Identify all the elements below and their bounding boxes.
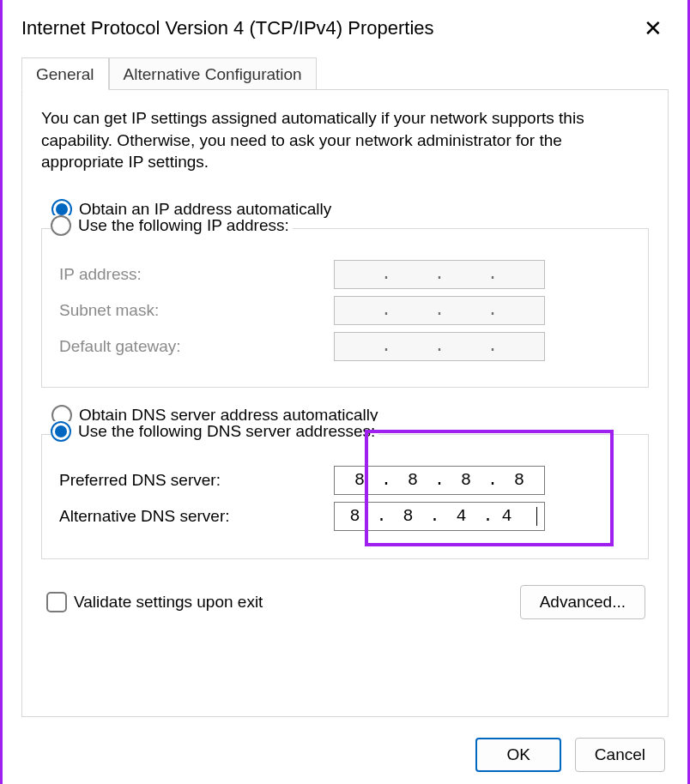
radio-row-dns-manual[interactable]: Use the following DNS server addresses: [51,421,378,442]
gateway-input: . . . [334,332,545,361]
ip-address-input: . . . [334,260,545,289]
groupbox-ip-manual: Use the following IP address: IP address… [41,228,649,388]
preferred-dns-label: Preferred DNS server: [59,471,334,490]
alternate-dns-input[interactable]: 8. 8. 4. 4 [334,502,545,531]
cancel-button[interactable]: Cancel [575,738,665,772]
alternate-dns-label: Alternative DNS server: [59,507,334,526]
subnet-input: . . . [334,296,545,325]
radio-ip-manual-label: Use the following IP address: [78,216,289,235]
radio-dns-manual-label: Use the following DNS server addresses: [78,422,375,441]
close-icon[interactable]: ✕ [636,15,670,42]
ip-address-label: IP address: [59,265,334,284]
panel-description: You can get IP settings assigned automat… [41,107,649,173]
preferred-dns-input[interactable]: 8. 8. 8. 8 [334,466,545,495]
gateway-label: Default gateway: [59,337,334,356]
dialog-title: Internet Protocol Version 4 (TCP/IPv4) P… [21,17,434,39]
field-row-alternate-dns: Alternative DNS server: 8. 8. 4. 4 [59,502,631,531]
radio-dns-manual[interactable] [51,421,71,442]
validate-checkbox-label: Validate settings upon exit [74,593,263,612]
bottom-row: Validate settings upon exit Advanced... [41,580,649,619]
ok-button[interactable]: OK [475,738,560,772]
radio-row-ip-manual[interactable]: Use the following IP address: [51,215,293,236]
tab-region: General Alternative Configuration You ca… [3,51,687,726]
titlebar: Internet Protocol Version 4 (TCP/IPv4) P… [3,0,687,51]
groupbox-dns-manual: Use the following DNS server addresses: … [41,434,649,559]
field-row-preferred-dns: Preferred DNS server: 8. 8. 8. 8 [59,466,631,495]
text-caret [536,507,537,526]
field-row-gateway: Default gateway: . . . [59,332,631,361]
field-row-subnet: Subnet mask: . . . [59,296,631,325]
validate-checkbox-row[interactable]: Validate settings upon exit [46,592,263,612]
field-row-ip-address: IP address: . . . [59,260,631,289]
tab-panel-general: You can get IP settings assigned automat… [21,89,669,717]
dialog-window: Internet Protocol Version 4 (TCP/IPv4) P… [3,0,687,784]
tab-row: General Alternative Configuration [21,51,669,89]
validate-checkbox[interactable] [46,592,67,612]
button-bar: OK Cancel [3,726,687,784]
advanced-button[interactable]: Advanced... [520,585,645,619]
subnet-label: Subnet mask: [59,301,334,320]
radio-ip-manual[interactable] [51,215,71,236]
tab-general[interactable]: General [21,57,109,90]
tab-alternative-configuration[interactable]: Alternative Configuration [109,57,317,89]
